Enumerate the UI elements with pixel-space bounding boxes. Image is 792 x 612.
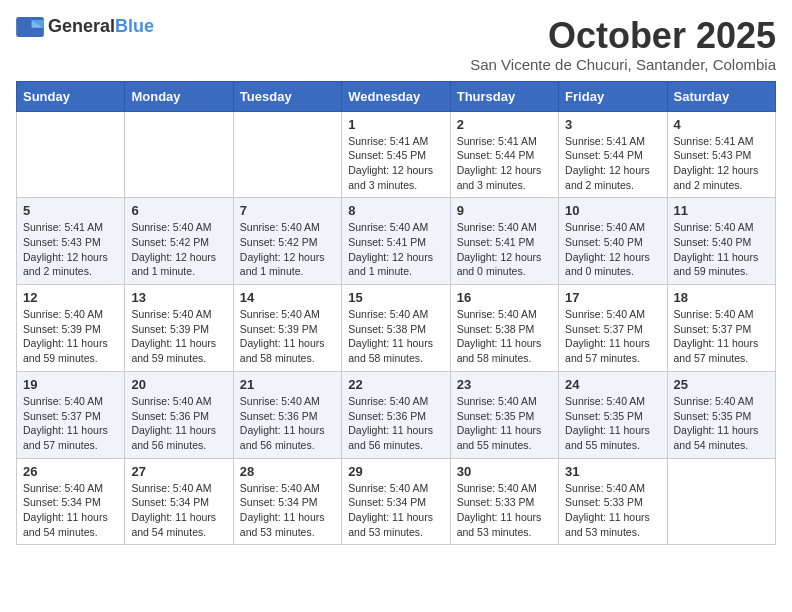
weekday-header-tuesday: Tuesday — [233, 81, 341, 111]
day-number: 7 — [240, 203, 335, 218]
day-number: 26 — [23, 464, 118, 479]
day-info: Sunrise: 5:40 AM Sunset: 5:36 PM Dayligh… — [348, 394, 443, 453]
calendar-week-5: 26Sunrise: 5:40 AM Sunset: 5:34 PM Dayli… — [17, 458, 776, 545]
day-info: Sunrise: 5:40 AM Sunset: 5:36 PM Dayligh… — [131, 394, 226, 453]
day-info: Sunrise: 5:40 AM Sunset: 5:37 PM Dayligh… — [565, 307, 660, 366]
day-number: 31 — [565, 464, 660, 479]
day-number: 27 — [131, 464, 226, 479]
weekday-header-thursday: Thursday — [450, 81, 558, 111]
calendar-cell: 6Sunrise: 5:40 AM Sunset: 5:42 PM Daylig… — [125, 198, 233, 285]
calendar-cell: 11Sunrise: 5:40 AM Sunset: 5:40 PM Dayli… — [667, 198, 775, 285]
calendar-cell: 19Sunrise: 5:40 AM Sunset: 5:37 PM Dayli… — [17, 371, 125, 458]
calendar-cell: 3Sunrise: 5:41 AM Sunset: 5:44 PM Daylig… — [559, 111, 667, 198]
location-subtitle: San Vicente de Chucuri, Santander, Colom… — [470, 56, 776, 73]
calendar-cell: 30Sunrise: 5:40 AM Sunset: 5:33 PM Dayli… — [450, 458, 558, 545]
day-number: 19 — [23, 377, 118, 392]
logo-icon — [16, 17, 44, 37]
calendar-cell: 10Sunrise: 5:40 AM Sunset: 5:40 PM Dayli… — [559, 198, 667, 285]
calendar-table: SundayMondayTuesdayWednesdayThursdayFrid… — [16, 81, 776, 546]
day-number: 3 — [565, 117, 660, 132]
calendar-cell: 4Sunrise: 5:41 AM Sunset: 5:43 PM Daylig… — [667, 111, 775, 198]
calendar-cell: 29Sunrise: 5:40 AM Sunset: 5:34 PM Dayli… — [342, 458, 450, 545]
day-number: 22 — [348, 377, 443, 392]
day-info: Sunrise: 5:40 AM Sunset: 5:34 PM Dayligh… — [348, 481, 443, 540]
calendar-cell — [17, 111, 125, 198]
day-info: Sunrise: 5:40 AM Sunset: 5:41 PM Dayligh… — [348, 220, 443, 279]
day-number: 30 — [457, 464, 552, 479]
day-info: Sunrise: 5:40 AM Sunset: 5:40 PM Dayligh… — [565, 220, 660, 279]
day-number: 11 — [674, 203, 769, 218]
day-number: 23 — [457, 377, 552, 392]
day-info: Sunrise: 5:40 AM Sunset: 5:38 PM Dayligh… — [457, 307, 552, 366]
day-info: Sunrise: 5:40 AM Sunset: 5:33 PM Dayligh… — [565, 481, 660, 540]
day-info: Sunrise: 5:41 AM Sunset: 5:43 PM Dayligh… — [674, 134, 769, 193]
calendar-cell: 1Sunrise: 5:41 AM Sunset: 5:45 PM Daylig… — [342, 111, 450, 198]
calendar-cell — [667, 458, 775, 545]
day-number: 21 — [240, 377, 335, 392]
calendar-cell: 24Sunrise: 5:40 AM Sunset: 5:35 PM Dayli… — [559, 371, 667, 458]
calendar-cell: 21Sunrise: 5:40 AM Sunset: 5:36 PM Dayli… — [233, 371, 341, 458]
day-info: Sunrise: 5:41 AM Sunset: 5:44 PM Dayligh… — [565, 134, 660, 193]
day-number: 24 — [565, 377, 660, 392]
title-section: October 2025 San Vicente de Chucuri, San… — [470, 16, 776, 73]
day-info: Sunrise: 5:40 AM Sunset: 5:37 PM Dayligh… — [23, 394, 118, 453]
day-info: Sunrise: 5:41 AM Sunset: 5:45 PM Dayligh… — [348, 134, 443, 193]
weekday-header-saturday: Saturday — [667, 81, 775, 111]
day-info: Sunrise: 5:40 AM Sunset: 5:38 PM Dayligh… — [348, 307, 443, 366]
weekday-header-wednesday: Wednesday — [342, 81, 450, 111]
calendar-cell: 15Sunrise: 5:40 AM Sunset: 5:38 PM Dayli… — [342, 285, 450, 372]
day-number: 16 — [457, 290, 552, 305]
day-number: 15 — [348, 290, 443, 305]
day-info: Sunrise: 5:40 AM Sunset: 5:37 PM Dayligh… — [674, 307, 769, 366]
calendar-cell: 8Sunrise: 5:40 AM Sunset: 5:41 PM Daylig… — [342, 198, 450, 285]
calendar-cell — [125, 111, 233, 198]
day-number: 12 — [23, 290, 118, 305]
day-info: Sunrise: 5:40 AM Sunset: 5:34 PM Dayligh… — [240, 481, 335, 540]
day-info: Sunrise: 5:40 AM Sunset: 5:39 PM Dayligh… — [131, 307, 226, 366]
day-info: Sunrise: 5:40 AM Sunset: 5:39 PM Dayligh… — [240, 307, 335, 366]
day-info: Sunrise: 5:40 AM Sunset: 5:35 PM Dayligh… — [565, 394, 660, 453]
weekday-header-sunday: Sunday — [17, 81, 125, 111]
calendar-cell: 5Sunrise: 5:41 AM Sunset: 5:43 PM Daylig… — [17, 198, 125, 285]
calendar-cell — [233, 111, 341, 198]
calendar-cell: 13Sunrise: 5:40 AM Sunset: 5:39 PM Dayli… — [125, 285, 233, 372]
day-number: 6 — [131, 203, 226, 218]
logo: General Blue — [16, 16, 154, 37]
calendar-cell: 2Sunrise: 5:41 AM Sunset: 5:44 PM Daylig… — [450, 111, 558, 198]
month-title: October 2025 — [470, 16, 776, 56]
day-number: 13 — [131, 290, 226, 305]
calendar-cell: 26Sunrise: 5:40 AM Sunset: 5:34 PM Dayli… — [17, 458, 125, 545]
calendar-cell: 23Sunrise: 5:40 AM Sunset: 5:35 PM Dayli… — [450, 371, 558, 458]
day-number: 18 — [674, 290, 769, 305]
day-number: 5 — [23, 203, 118, 218]
calendar-cell: 31Sunrise: 5:40 AM Sunset: 5:33 PM Dayli… — [559, 458, 667, 545]
header: General Blue October 2025 San Vicente de… — [16, 16, 776, 73]
calendar-cell: 25Sunrise: 5:40 AM Sunset: 5:35 PM Dayli… — [667, 371, 775, 458]
day-info: Sunrise: 5:40 AM Sunset: 5:39 PM Dayligh… — [23, 307, 118, 366]
day-info: Sunrise: 5:40 AM Sunset: 5:42 PM Dayligh… — [240, 220, 335, 279]
day-info: Sunrise: 5:40 AM Sunset: 5:35 PM Dayligh… — [674, 394, 769, 453]
calendar-cell: 20Sunrise: 5:40 AM Sunset: 5:36 PM Dayli… — [125, 371, 233, 458]
day-info: Sunrise: 5:40 AM Sunset: 5:34 PM Dayligh… — [131, 481, 226, 540]
day-number: 29 — [348, 464, 443, 479]
calendar-cell: 27Sunrise: 5:40 AM Sunset: 5:34 PM Dayli… — [125, 458, 233, 545]
day-info: Sunrise: 5:40 AM Sunset: 5:36 PM Dayligh… — [240, 394, 335, 453]
day-number: 28 — [240, 464, 335, 479]
calendar-cell: 22Sunrise: 5:40 AM Sunset: 5:36 PM Dayli… — [342, 371, 450, 458]
day-info: Sunrise: 5:40 AM Sunset: 5:41 PM Dayligh… — [457, 220, 552, 279]
day-number: 25 — [674, 377, 769, 392]
calendar-week-4: 19Sunrise: 5:40 AM Sunset: 5:37 PM Dayli… — [17, 371, 776, 458]
calendar-cell: 28Sunrise: 5:40 AM Sunset: 5:34 PM Dayli… — [233, 458, 341, 545]
day-number: 8 — [348, 203, 443, 218]
day-number: 2 — [457, 117, 552, 132]
calendar-week-3: 12Sunrise: 5:40 AM Sunset: 5:39 PM Dayli… — [17, 285, 776, 372]
calendar-cell: 7Sunrise: 5:40 AM Sunset: 5:42 PM Daylig… — [233, 198, 341, 285]
day-info: Sunrise: 5:40 AM Sunset: 5:33 PM Dayligh… — [457, 481, 552, 540]
day-number: 14 — [240, 290, 335, 305]
calendar-cell: 9Sunrise: 5:40 AM Sunset: 5:41 PM Daylig… — [450, 198, 558, 285]
calendar-cell: 16Sunrise: 5:40 AM Sunset: 5:38 PM Dayli… — [450, 285, 558, 372]
day-info: Sunrise: 5:40 AM Sunset: 5:42 PM Dayligh… — [131, 220, 226, 279]
day-info: Sunrise: 5:40 AM Sunset: 5:35 PM Dayligh… — [457, 394, 552, 453]
weekday-header-row: SundayMondayTuesdayWednesdayThursdayFrid… — [17, 81, 776, 111]
weekday-header-monday: Monday — [125, 81, 233, 111]
